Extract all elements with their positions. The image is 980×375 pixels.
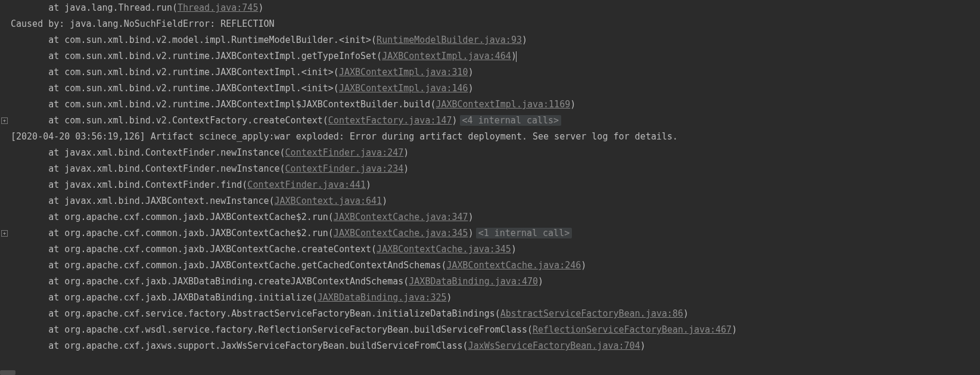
source-link[interactable]: JaxWsServiceFactoryBean.java:704 bbox=[468, 340, 640, 351]
stack-frame-line: at org.apache.cxf.common.jaxb.JAXBContex… bbox=[11, 225, 980, 241]
stack-frame-method: org.apache.cxf.common.jaxb.JAXBContextCa… bbox=[64, 212, 328, 222]
stack-frame-method: org.apache.cxf.common.jaxb.JAXBContextCa… bbox=[64, 228, 328, 238]
stack-frame-prefix: at bbox=[11, 115, 64, 126]
stack-frame-method: javax.xml.bind.ContextFinder.newInstance bbox=[64, 163, 279, 174]
stack-frame-prefix: at bbox=[11, 308, 64, 319]
stack-frame-method: org.apache.cxf.jaxb.JAXBDataBinding.crea… bbox=[64, 276, 403, 287]
stack-frame-prefix: at bbox=[11, 83, 64, 94]
stack-frame-line: at com.sun.xml.bind.v2.runtime.JAXBConte… bbox=[11, 97, 980, 113]
stack-frame-line: at org.apache.cxf.jaxws.support.JaxWsSer… bbox=[11, 338, 980, 354]
stack-frame-prefix: at bbox=[11, 196, 64, 206]
stack-frame-method: javax.xml.bind.ContextFinder.find bbox=[64, 179, 242, 190]
stack-frame-method: org.apache.cxf.jaxb.JAXBDataBinding.init… bbox=[64, 292, 312, 303]
log-message-line: [2020-04-20 03:56:19,126] Artifact scine… bbox=[11, 129, 980, 145]
source-link[interactable]: JAXBContextCache.java:347 bbox=[334, 212, 468, 222]
source-link[interactable]: ContextFinder.java:441 bbox=[247, 179, 366, 190]
source-link[interactable]: JAXBContextCache.java:345 bbox=[377, 244, 511, 255]
stack-frame-prefix: at bbox=[11, 276, 64, 287]
stack-frame-prefix: at bbox=[11, 228, 64, 238]
source-link[interactable]: JAXBDataBinding.java:325 bbox=[318, 292, 447, 303]
stack-frame-prefix: at bbox=[11, 324, 64, 335]
stack-frame-method: com.sun.xml.bind.v2.model.impl.RuntimeMo… bbox=[64, 35, 371, 45]
source-link[interactable]: AbstractServiceFactoryBean.java:86 bbox=[500, 308, 683, 319]
gutter: ++ bbox=[0, 0, 10, 354]
folded-calls-badge[interactable]: <4 internal calls> bbox=[460, 115, 562, 126]
source-link[interactable]: JAXBContextCache.java:246 bbox=[447, 260, 581, 271]
stack-frame-prefix: at bbox=[11, 212, 64, 222]
stack-frame-line: at com.sun.xml.bind.v2.model.impl.Runtim… bbox=[11, 32, 980, 48]
stack-frame-prefix: at bbox=[11, 244, 64, 255]
stack-frame-line: at org.apache.cxf.service.factory.Abstra… bbox=[11, 306, 980, 322]
source-link[interactable]: JAXBContext.java:641 bbox=[275, 196, 382, 206]
stack-frame-line: at javax.xml.bind.ContextFinder.newInsta… bbox=[11, 161, 980, 177]
source-link[interactable]: JAXBContextImpl.java:310 bbox=[339, 67, 468, 78]
source-link[interactable]: JAXBContextImpl.java:146 bbox=[339, 83, 468, 94]
source-link[interactable]: Thread.java:745 bbox=[178, 2, 258, 13]
stack-frame-prefix: at bbox=[11, 51, 64, 61]
stack-frame-method: java.lang.Thread.run bbox=[64, 2, 172, 13]
stack-frame-method: org.apache.cxf.jaxws.support.JaxWsServic… bbox=[64, 340, 462, 351]
stack-frame-line: at org.apache.cxf.common.jaxb.JAXBContex… bbox=[11, 258, 980, 274]
stack-frame-line: at org.apache.cxf.jaxb.JAXBDataBinding.c… bbox=[11, 274, 980, 290]
folded-calls-badge[interactable]: <1 internal call> bbox=[476, 228, 573, 238]
stack-frame-method: javax.xml.bind.ContextFinder.newInstance bbox=[64, 147, 279, 158]
log-message-text: [2020-04-20 03:56:19,126] Artifact scine… bbox=[11, 131, 678, 142]
stack-frame-line: at com.sun.xml.bind.v2.ContextFactory.cr… bbox=[11, 113, 980, 129]
stack-frame-method: com.sun.xml.bind.v2.runtime.JAXBContextI… bbox=[64, 83, 334, 94]
text-caret bbox=[516, 51, 517, 62]
source-link[interactable]: JAXBDataBinding.java:470 bbox=[409, 276, 538, 287]
stack-frame-line: at javax.xml.bind.ContextFinder.newInsta… bbox=[11, 145, 980, 161]
stack-frame-method: org.apache.cxf.service.factory.AbstractS… bbox=[64, 308, 494, 319]
stack-frame-prefix: at bbox=[11, 147, 64, 158]
stack-frame-method: com.sun.xml.bind.v2.runtime.JAXBContextI… bbox=[64, 67, 334, 78]
expand-fold-icon[interactable]: + bbox=[1, 117, 8, 124]
stack-frame-method: com.sun.xml.bind.v2.ContextFactory.creat… bbox=[64, 115, 322, 126]
source-link[interactable]: JAXBContextImpl.java:1169 bbox=[435, 99, 570, 110]
console-log[interactable]: at java.lang.Thread.run(Thread.java:745)… bbox=[10, 0, 980, 354]
stack-frame-method: org.apache.cxf.common.jaxb.JAXBContextCa… bbox=[64, 260, 441, 271]
stack-frame-prefix: at bbox=[11, 67, 64, 78]
source-link[interactable]: JAXBContextCache.java:345 bbox=[334, 228, 468, 238]
stack-frame-prefix: at bbox=[11, 2, 64, 13]
stack-frame-line: at org.apache.cxf.wsdl.service.factory.R… bbox=[11, 322, 980, 338]
source-link[interactable]: JAXBContextImpl.java:464 bbox=[382, 51, 511, 61]
source-link[interactable]: ContextFinder.java:234 bbox=[285, 163, 404, 174]
stack-frame-method: org.apache.cxf.common.jaxb.JAXBContextCa… bbox=[64, 244, 371, 255]
stack-frame-method: javax.xml.bind.JAXBContext.newInstance bbox=[64, 196, 269, 206]
log-message-line: Caused by: java.lang.NoSuchFieldError: R… bbox=[11, 16, 980, 32]
stack-frame-prefix: at bbox=[11, 260, 64, 271]
stack-frame-line: at javax.xml.bind.ContextFinder.find(Con… bbox=[11, 177, 980, 193]
stack-frame-prefix: at bbox=[11, 179, 64, 190]
stack-frame-method: org.apache.cxf.wsdl.service.factory.Refl… bbox=[64, 324, 527, 335]
stack-frame-line: at com.sun.xml.bind.v2.runtime.JAXBConte… bbox=[11, 64, 980, 80]
stack-frame-line: at org.apache.cxf.common.jaxb.JAXBContex… bbox=[11, 241, 980, 258]
stack-frame-prefix: at bbox=[11, 99, 64, 110]
stack-frame-line: at com.sun.xml.bind.v2.runtime.JAXBConte… bbox=[11, 48, 980, 64]
stack-frame-prefix: at bbox=[11, 163, 64, 174]
stack-frame-method: com.sun.xml.bind.v2.runtime.JAXBContextI… bbox=[64, 99, 430, 110]
source-link[interactable]: ReflectionServiceFactoryBean.java:467 bbox=[533, 324, 732, 335]
stack-frame-method: com.sun.xml.bind.v2.runtime.JAXBContextI… bbox=[64, 51, 377, 61]
stack-frame-line: at com.sun.xml.bind.v2.runtime.JAXBConte… bbox=[11, 80, 980, 97]
expand-fold-icon[interactable]: + bbox=[1, 230, 8, 237]
stack-frame-line: at org.apache.cxf.common.jaxb.JAXBContex… bbox=[11, 209, 980, 225]
console-viewport: ++ at java.lang.Thread.run(Thread.java:7… bbox=[0, 0, 980, 354]
stack-frame-line: at javax.xml.bind.JAXBContext.newInstanc… bbox=[11, 193, 980, 209]
stack-frame-line: at java.lang.Thread.run(Thread.java:745) bbox=[11, 0, 980, 16]
source-link[interactable]: RuntimeModelBuilder.java:93 bbox=[377, 35, 522, 45]
log-message-text: Caused by: java.lang.NoSuchFieldError: R… bbox=[11, 18, 275, 29]
stack-frame-prefix: at bbox=[11, 292, 64, 303]
stack-frame-line: at org.apache.cxf.jaxb.JAXBDataBinding.i… bbox=[11, 290, 980, 306]
stack-frame-prefix: at bbox=[11, 340, 64, 351]
source-link[interactable]: ContextFactory.java:147 bbox=[328, 115, 452, 126]
source-link[interactable]: ContextFinder.java:247 bbox=[285, 147, 404, 158]
stack-frame-prefix: at bbox=[11, 35, 64, 45]
